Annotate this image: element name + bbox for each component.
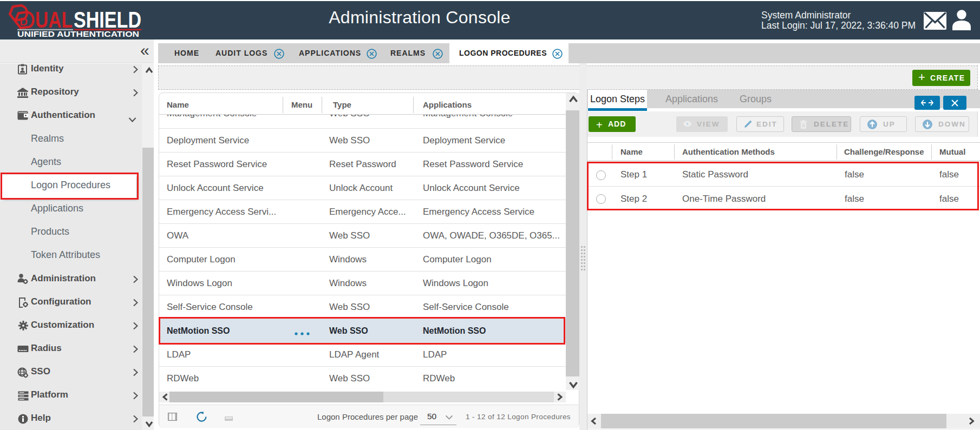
svg-text:UNIFIED AUTHENTICATION: UNIFIED AUTHENTICATION	[17, 30, 139, 38]
